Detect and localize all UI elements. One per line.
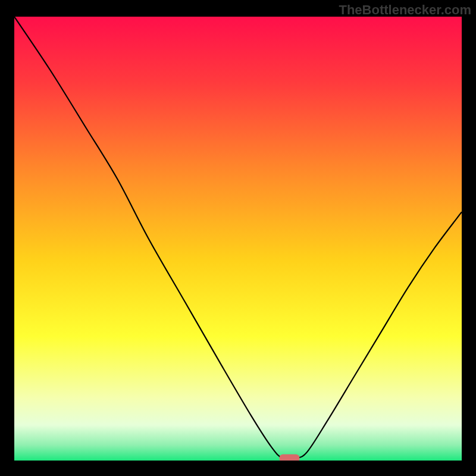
optimum-marker — [280, 455, 300, 461]
plot-area — [14, 17, 462, 461]
bottleneck-chart: TheBottlenecker.com — [0, 0, 476, 476]
watermark-text: TheBottlenecker.com — [339, 2, 471, 18]
chart-svg — [14, 17, 462, 461]
